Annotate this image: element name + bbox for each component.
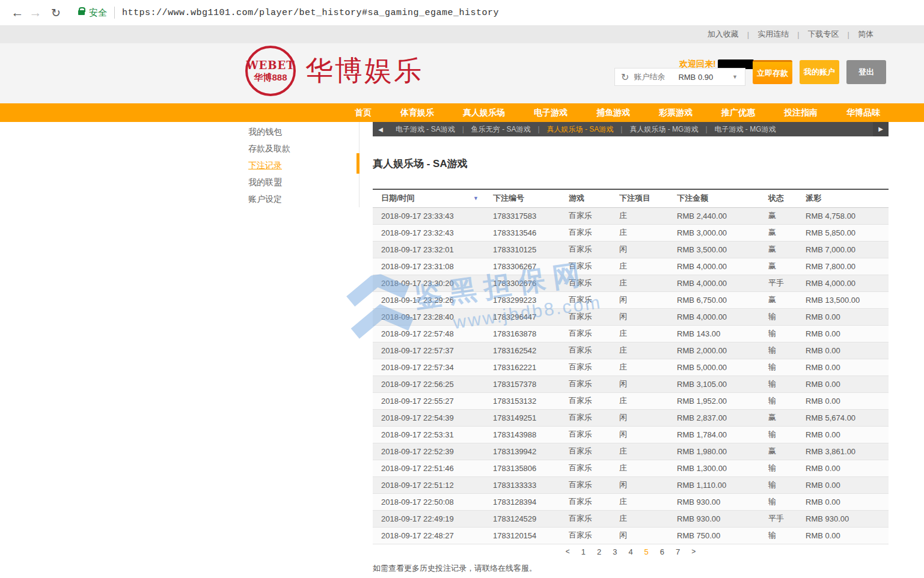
- page-5[interactable]: 5: [644, 547, 649, 556]
- cell-payout: RMB 0.00: [797, 426, 889, 443]
- sidebar-item-4[interactable]: 账户设定: [246, 190, 359, 207]
- cell-item: 庄: [611, 510, 669, 527]
- prev-page[interactable]: <: [566, 547, 570, 556]
- balance-widget[interactable]: ↻ 账户结余 RMB 0.90 ▼: [614, 68, 745, 86]
- page-3[interactable]: 3: [613, 547, 617, 556]
- page-6[interactable]: 6: [660, 547, 664, 556]
- table-row[interactable]: 2018-09-17 23:32:011783310125百家乐闲RMB 3,5…: [373, 241, 889, 258]
- table-row[interactable]: 2018-09-17 23:29:261783299223百家乐闲RMB 6,7…: [373, 291, 889, 308]
- logo-subtitle: 华博888: [254, 72, 287, 84]
- cell-status: 赢: [760, 241, 797, 258]
- main-nav-item-0[interactable]: 首页: [355, 108, 372, 118]
- url-text[interactable]: https://www.wbg1101.com/player/bet_histo…: [122, 8, 499, 18]
- page-1[interactable]: 1: [581, 547, 586, 556]
- address-bar[interactable]: 安全 https://www.wbg1101.com/player/bet_hi…: [78, 7, 499, 19]
- cell-no: 1783317583: [485, 207, 560, 224]
- table-row[interactable]: 2018-09-17 23:28:401783296447百家乐闲RMB 4,0…: [373, 308, 889, 325]
- main-nav-item-3[interactable]: 电子游戏: [534, 108, 568, 118]
- sidebar-item-2[interactable]: 下注记录: [246, 157, 359, 174]
- refresh-balance-icon[interactable]: ↻: [621, 71, 629, 83]
- tabs-scroll-left-icon[interactable]: ◀: [373, 126, 388, 133]
- cell-payout: RMB 0.00: [797, 359, 889, 376]
- table-row[interactable]: 2018-09-17 22:51:461783135806百家乐庄RMB 1,3…: [373, 460, 889, 476]
- next-page[interactable]: >: [691, 547, 696, 556]
- cell-dt: 2018-09-17 23:30:20: [373, 275, 485, 291]
- table-row[interactable]: 2018-09-17 22:55:271783153132百家乐庄RMB 1,9…: [373, 392, 889, 409]
- separator: |: [797, 30, 799, 39]
- main-nav-item-6[interactable]: 推广优惠: [721, 108, 755, 118]
- cell-item: 庄: [611, 443, 669, 460]
- table-row[interactable]: 2018-09-17 22:56:251783157378百家乐闲RMB 3,1…: [373, 376, 889, 392]
- cell-dt: 2018-09-17 23:31:08: [373, 258, 485, 275]
- cell-payout: RMB 0.00: [797, 376, 889, 392]
- sidebar-menu: 我的钱包存款及取款下注记录我的联盟账户设定: [246, 122, 360, 207]
- utility-link-1[interactable]: 实用连结: [757, 29, 789, 40]
- sort-desc-icon[interactable]: ▼: [473, 195, 479, 201]
- column-header-1[interactable]: 下注编号: [485, 189, 560, 207]
- sidebar-item-0[interactable]: 我的钱包: [246, 123, 359, 140]
- cell-dt: 2018-09-17 22:53:31: [373, 426, 485, 443]
- table-row[interactable]: 2018-09-17 23:32:431783313546百家乐庄RMB 3,0…: [373, 224, 889, 241]
- page-4[interactable]: 4: [628, 547, 632, 556]
- my-account-button[interactable]: 我的账户: [800, 60, 839, 84]
- tab-0[interactable]: 电子游戏 - SA游戏: [388, 124, 462, 135]
- sidebar-item-3[interactable]: 我的联盟: [246, 174, 359, 190]
- tabs-scroll-right-icon[interactable]: ▶: [873, 122, 889, 136]
- utility-link-0[interactable]: 加入收藏: [708, 29, 739, 40]
- cell-item: 庄: [611, 392, 669, 409]
- tab-4[interactable]: 电子游戏 - MG游戏: [708, 124, 783, 135]
- sidebar-item-1[interactable]: 存款及取款: [246, 140, 359, 157]
- main-nav-item-2[interactable]: 真人娱乐场: [463, 108, 505, 118]
- page-2[interactable]: 2: [597, 547, 601, 556]
- logout-button[interactable]: 登出: [846, 60, 886, 84]
- table-row[interactable]: 2018-09-17 22:52:391783139942百家乐庄RMB 1,9…: [373, 443, 889, 460]
- table-row[interactable]: 2018-09-17 22:50:081783128394百家乐庄RMB 930…: [373, 493, 889, 510]
- column-header-4[interactable]: 下注金额: [669, 189, 760, 207]
- chevron-down-icon[interactable]: ▼: [732, 74, 738, 80]
- table-row[interactable]: 2018-09-17 23:31:081783306267百家乐庄RMB 4,0…: [373, 258, 889, 275]
- table-row[interactable]: 2018-09-17 22:51:121783133333百家乐闲RMB 1,1…: [373, 476, 889, 493]
- tab-3[interactable]: 真人娱乐场 - MG游戏: [622, 124, 705, 135]
- cell-game: 百家乐: [560, 291, 611, 308]
- main-nav-item-4[interactable]: 捕鱼游戏: [596, 108, 630, 118]
- table-row[interactable]: 2018-09-17 22:57:341783162221百家乐庄RMB 5,0…: [373, 359, 889, 376]
- table-row[interactable]: 2018-09-17 23:30:201783302676百家乐庄RMB 4,0…: [373, 275, 889, 291]
- table-row[interactable]: 2018-09-17 22:48:271783120154百家乐闲RMB 750…: [373, 527, 889, 544]
- column-header-2[interactable]: 游戏: [560, 189, 611, 207]
- page-7[interactable]: 7: [676, 547, 680, 556]
- reload-icon[interactable]: ↻: [47, 6, 65, 20]
- main-nav-item-7[interactable]: 投注指南: [784, 108, 818, 118]
- cell-payout: RMB 0.00: [797, 342, 889, 359]
- cell-no: 1783124529: [485, 510, 560, 527]
- forward-icon[interactable]: →: [26, 5, 44, 20]
- deposit-button[interactable]: 立即存款: [753, 60, 792, 84]
- back-icon[interactable]: ←: [8, 5, 26, 20]
- main-nav-item-5[interactable]: 彩票游戏: [659, 108, 693, 118]
- column-header-0[interactable]: 日期/时间▼: [373, 189, 485, 207]
- balance-label: 账户结余: [634, 71, 665, 82]
- column-header-6[interactable]: 派彩: [797, 189, 889, 207]
- utility-link-3[interactable]: 简体: [858, 29, 874, 40]
- table-row[interactable]: 2018-09-17 22:49:191783124529百家乐庄RMB 930…: [373, 510, 889, 527]
- tab-1[interactable]: 鱼乐无穷 - SA游戏: [464, 124, 538, 135]
- column-header-3[interactable]: 下注项目: [611, 189, 669, 207]
- table-row[interactable]: 2018-09-17 22:57:371783162542百家乐庄RMB 2,0…: [373, 342, 889, 359]
- cell-payout: RMB 4,000.00: [797, 275, 889, 291]
- tab-2[interactable]: 真人娱乐场 - SA游戏: [540, 124, 621, 135]
- column-header-5[interactable]: 状态: [760, 189, 797, 207]
- table-row[interactable]: 2018-09-17 22:53:311783143988百家乐闲RMB 1,7…: [373, 426, 889, 443]
- table-row[interactable]: 2018-09-17 23:33:431783317583百家乐庄RMB 2,4…: [373, 207, 889, 224]
- main-nav-item-1[interactable]: 体育娱乐: [400, 108, 434, 118]
- table-body: 2018-09-17 23:33:431783317583百家乐庄RMB 2,4…: [373, 207, 889, 544]
- table-row[interactable]: 2018-09-17 22:57:481783163878百家乐庄RMB 143…: [373, 325, 889, 342]
- site-logo[interactable]: WEBET 华博888 华博娱乐: [245, 46, 423, 96]
- separator: |: [848, 30, 849, 39]
- cell-dt: 2018-09-17 22:55:27: [373, 392, 485, 409]
- table-row[interactable]: 2018-09-17 22:54:391783149251百家乐闲RMB 2,8…: [373, 409, 889, 426]
- cell-payout: RMB 0.00: [797, 392, 889, 409]
- main-nav-item-8[interactable]: 华博品味: [846, 108, 880, 118]
- utility-link-2[interactable]: 下载专区: [808, 29, 839, 40]
- cell-dt: 2018-09-17 23:33:43: [373, 207, 485, 224]
- cell-amount: RMB 2,837.00: [669, 409, 760, 426]
- cell-payout: RMB 3,861.00: [797, 443, 889, 460]
